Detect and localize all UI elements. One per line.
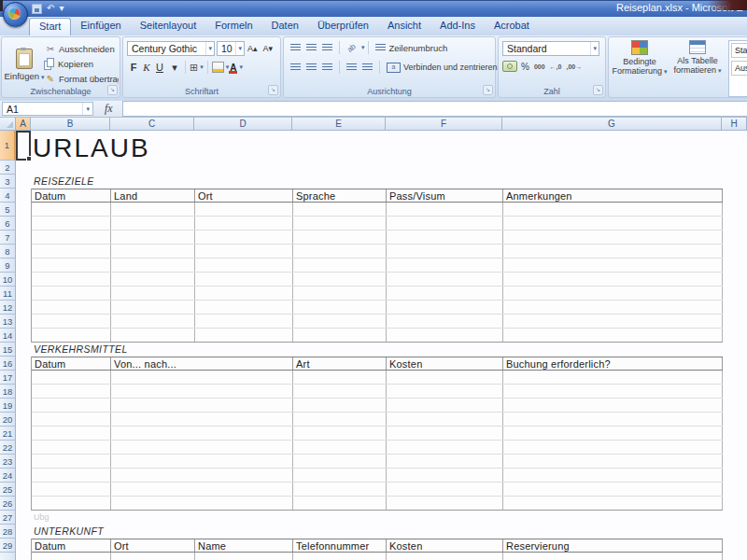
chevron-down-icon[interactable]: ▾ <box>205 42 214 55</box>
table-cell[interactable] <box>111 483 293 496</box>
tab-formeln[interactable]: Formeln <box>205 17 261 35</box>
merge-center-button[interactable]: a Verbinden und zentrieren ▾ <box>384 63 502 73</box>
sheet-content[interactable]: URLAUB Ubg REISEZIELEDatumLandOrtSprache… <box>16 131 747 560</box>
table-cell[interactable] <box>503 245 723 258</box>
table-cell[interactable] <box>293 413 387 426</box>
column-header[interactable]: B <box>31 118 110 131</box>
tab-addins[interactable]: Add-Ins <box>430 17 485 35</box>
table-cell[interactable] <box>387 427 503 440</box>
table-cell[interactable] <box>503 259 723 272</box>
qat-dropdown-icon[interactable]: ▾ <box>59 2 63 15</box>
row-header[interactable]: 29 <box>0 539 15 553</box>
borders-button[interactable]: ⊞ <box>190 62 198 74</box>
table-cell[interactable] <box>387 441 503 454</box>
table-cell[interactable] <box>32 469 111 482</box>
table-cell[interactable] <box>293 483 387 496</box>
column-header[interactable]: H <box>722 118 747 131</box>
column-header[interactable]: A <box>16 118 31 131</box>
align-right-icon[interactable] <box>322 63 332 72</box>
decrease-decimal-icon[interactable]: ,00→ <box>566 63 582 70</box>
column-header[interactable]: F <box>386 118 502 131</box>
row-header[interactable]: 21 <box>0 427 15 441</box>
tab-acrobat[interactable]: Acrobat <box>485 17 539 35</box>
underline-button[interactable]: U <box>153 62 166 73</box>
borders-dropdown-icon[interactable]: ▾ <box>200 63 204 71</box>
table-cell[interactable] <box>111 287 195 300</box>
table-cell[interactable] <box>32 413 111 426</box>
table-cell[interactable] <box>503 441 723 454</box>
row-header[interactable]: 10 <box>0 273 15 287</box>
chevron-down-icon[interactable]: ▾ <box>590 42 599 55</box>
table-cell[interactable] <box>32 497 111 510</box>
table-cell[interactable] <box>111 231 195 244</box>
row-header[interactable]: 13 <box>0 315 15 329</box>
chevron-down-icon[interactable]: ▾ <box>235 42 244 55</box>
table-cell[interactable] <box>195 231 293 244</box>
save-icon[interactable] <box>32 4 42 14</box>
table-cell[interactable] <box>293 245 387 258</box>
table-cell[interactable] <box>32 301 111 314</box>
copy-button[interactable]: Kopieren <box>44 56 119 71</box>
table-cell[interactable] <box>503 385 723 398</box>
dialog-launcher-icon[interactable]: ↘ <box>268 85 278 95</box>
table-cell[interactable] <box>32 483 111 496</box>
row-header[interactable]: 14 <box>0 329 15 343</box>
underline-dropdown-icon[interactable]: ▾ <box>168 62 181 74</box>
select-all-corner[interactable] <box>0 118 16 131</box>
fill-color-button[interactable] <box>212 62 224 73</box>
formula-input[interactable] <box>122 101 747 117</box>
table-cell[interactable] <box>293 399 387 412</box>
row-header[interactable]: 26 <box>0 497 15 511</box>
table-cell[interactable] <box>503 483 723 496</box>
font-size-combobox[interactable]: 10 ▾ <box>217 41 245 56</box>
table-cell[interactable] <box>111 203 195 216</box>
dialog-launcher-icon[interactable]: ↘ <box>593 85 603 95</box>
table-header-cell[interactable]: Sprache <box>293 189 387 202</box>
table-header-cell[interactable]: Von... nach... <box>111 357 293 370</box>
row-header[interactable]: 16 <box>0 357 15 371</box>
thousands-format-icon[interactable]: 000 <box>534 63 545 70</box>
column-header[interactable]: G <box>502 118 722 131</box>
table-cell[interactable] <box>195 329 293 342</box>
table-cell[interactable] <box>387 203 503 216</box>
table-cell[interactable] <box>111 441 293 454</box>
table-cell[interactable] <box>387 399 503 412</box>
table-cell[interactable] <box>503 273 723 286</box>
shrink-font-button[interactable]: A▾ <box>261 41 276 56</box>
orientation-icon[interactable]: ab <box>345 42 358 54</box>
table-cell[interactable] <box>32 315 111 328</box>
table-cell[interactable] <box>32 441 111 454</box>
table-cell[interactable] <box>111 469 293 482</box>
decrease-indent-icon[interactable] <box>346 63 357 72</box>
office-button[interactable] <box>3 2 28 27</box>
bold-button[interactable]: F <box>127 62 140 73</box>
table-cell[interactable] <box>32 385 111 398</box>
table-cell[interactable] <box>195 203 293 216</box>
table-cell[interactable] <box>503 329 723 342</box>
table-cell[interactable] <box>111 259 195 272</box>
table-cell[interactable] <box>293 329 387 342</box>
tab-einfuegen[interactable]: Einfügen <box>71 17 130 35</box>
table-header-cell[interactable]: Datum <box>32 539 111 552</box>
table-cell[interactable] <box>111 455 293 468</box>
table-header-cell[interactable]: Ort <box>111 539 195 552</box>
table-cell[interactable] <box>293 441 387 454</box>
table-cell[interactable] <box>111 497 293 510</box>
column-header[interactable]: E <box>292 118 386 131</box>
grow-font-button[interactable]: A▴ <box>245 41 261 56</box>
table-cell[interactable] <box>503 287 723 300</box>
number-format-combobox[interactable]: Standard ▾ <box>502 41 599 56</box>
table-cell[interactable] <box>32 371 111 384</box>
cell-style-item[interactable]: Star <box>731 43 747 58</box>
table-header-cell[interactable]: Anmerkungen <box>503 189 723 202</box>
table-cell[interactable] <box>32 273 111 286</box>
table-cell[interactable] <box>387 455 503 468</box>
table-cell[interactable] <box>503 413 723 426</box>
tab-seitenlayout[interactable]: Seitenlayout <box>131 17 206 35</box>
row-header[interactable]: 7 <box>0 231 15 245</box>
table-cell[interactable] <box>32 399 111 412</box>
row-header[interactable]: 27 <box>0 511 15 525</box>
table-cell[interactable] <box>503 497 723 510</box>
table-cell[interactable] <box>32 217 111 230</box>
table-cell[interactable] <box>111 217 195 230</box>
